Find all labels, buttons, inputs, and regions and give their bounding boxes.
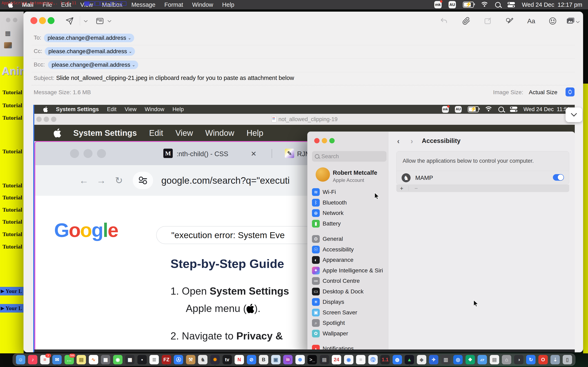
tutorial-link[interactable]: Tutorial S: [2, 207, 24, 213]
dock-terminal-dark[interactable]: ▪: [138, 355, 147, 364]
dock-finance-app[interactable]: ❖: [466, 355, 475, 364]
dock-calculator[interactable]: ▦: [125, 355, 135, 364]
menu-item-window[interactable]: Window: [145, 106, 164, 113]
dock-messages[interactable]: …566: [65, 355, 74, 364]
dock-news[interactable]: N: [234, 355, 244, 364]
spotlight-search-icon[interactable]: [495, 2, 501, 8]
settings-nav-appearance[interactable]: ◐Appearance: [310, 255, 386, 265]
selected-link[interactable]: ▶Your L: [0, 304, 24, 313]
dock-downloads[interactable]: ⇣: [550, 355, 560, 364]
format-button[interactable]: Aa: [527, 17, 536, 25]
settings-nav-spotlight[interactable]: ⌕Spotlight: [310, 318, 386, 328]
menu-item-format[interactable]: Format: [164, 1, 183, 8]
tab-close-icon[interactable]: ✕: [251, 150, 257, 158]
settings-nav-desktop-dock[interactable]: ▭Desktop & Dock: [310, 287, 386, 296]
tutorial-link[interactable]: Tutorial S: [2, 115, 24, 121]
tutorial-link[interactable]: Tutorial S: [2, 243, 24, 250]
dock-travel-app[interactable]: ✈: [429, 355, 438, 364]
dock-dark-app[interactable]: ▥: [441, 355, 450, 364]
url-text[interactable]: google.com/search?q="executi: [161, 165, 290, 196]
emoji-button[interactable]: [548, 17, 557, 25]
send-options-chevron-icon[interactable]: [84, 19, 87, 23]
image-size-value[interactable]: Actual Size: [529, 89, 557, 96]
dock-automator[interactable]: ⚒: [186, 355, 195, 364]
zoom-button[interactable]: [329, 138, 335, 143]
dock-white-app[interactable]: ▤: [490, 355, 499, 364]
menu-item-view[interactable]: View: [125, 106, 137, 113]
add-app-button[interactable]: +: [400, 185, 403, 192]
dock-water-app[interactable]: ◎: [453, 355, 463, 364]
photo-browser-button[interactable]: [566, 17, 575, 25]
to-recipient-token[interactable]: please.change@email.address⌄: [44, 34, 134, 42]
settings-nav-accessibility[interactable]: ☉Accessibility: [310, 245, 386, 254]
dock-sync-app[interactable]: ↻: [526, 355, 536, 364]
menu-item-help[interactable]: Help: [246, 128, 263, 138]
tune-icon[interactable]: [133, 172, 153, 189]
menu-bar-clock[interactable]: Wed 24 Dec 12:17 pm: [522, 1, 582, 8]
input-source-badge[interactable]: AU: [449, 1, 456, 8]
writing-tools-icon[interactable]: [505, 17, 514, 25]
dock-music[interactable]: ♪: [28, 355, 37, 364]
menu-item-edit[interactable]: Edit: [107, 106, 117, 113]
tutorial-link[interactable]: Tutorial S: [2, 148, 24, 155]
header-fields-chevron-icon[interactable]: [108, 19, 111, 23]
minimize-button[interactable]: [39, 17, 46, 24]
dock-screen-sharing[interactable]: ⊘: [247, 355, 256, 364]
dock-bbedit[interactable]: B: [259, 355, 268, 364]
dock-half-app[interactable]: ◑: [514, 355, 523, 364]
dock-trash[interactable]: ▯: [563, 355, 572, 364]
dock-launchpad[interactable]: ▦: [101, 355, 110, 364]
mamp-toggle[interactable]: [553, 174, 564, 181]
control-center-icon[interactable]: [508, 2, 515, 8]
dock-calendar[interactable]: 24: [332, 355, 341, 364]
menu-item-window[interactable]: Window: [192, 1, 213, 8]
menu-item-help[interactable]: Help: [222, 1, 234, 8]
insert-clipping-icon[interactable]: [484, 17, 493, 25]
undo-icon[interactable]: [439, 17, 448, 25]
subject-field[interactable]: Slide not_allowed_clipping-21.jpeg in cl…: [56, 75, 294, 81]
settings-nav-general[interactable]: ⚙General: [310, 234, 386, 244]
tutorial-link[interactable]: Tutorial S: [2, 218, 24, 225]
remove-app-button[interactable]: −: [415, 185, 418, 192]
dock-keyboard-app[interactable]: ▤: [320, 355, 329, 364]
dock-finder[interactable]: ☺: [16, 355, 25, 364]
bcc-recipient-token[interactable]: please.change@email.address⌄: [48, 60, 138, 69]
settings-nav-battery[interactable]: ▮Battery: [310, 219, 386, 229]
recipient-chevron-icon[interactable]: ⌄: [132, 62, 135, 67]
dock-quicktime[interactable]: Ⓠ: [368, 355, 378, 364]
forward-icon[interactable]: →: [96, 175, 106, 186]
dock-chrome[interactable]: ◉: [344, 355, 354, 364]
attachment-screenshot[interactable]: System Settings EditViewWindowHelp mk AU…: [33, 105, 575, 352]
menu-item-help[interactable]: Help: [173, 106, 184, 113]
minimize-button[interactable]: [322, 138, 327, 143]
dock-firefox[interactable]: ✹: [210, 355, 220, 364]
dock-home-app[interactable]: ⌂: [502, 355, 511, 364]
settings-nav-apple-intelligence-siri[interactable]: ✦Apple Intelligence & Siri: [310, 266, 386, 275]
dock-waveform[interactable]: ∿: [89, 355, 98, 364]
menu-item-window[interactable]: Window: [205, 128, 234, 138]
photo-browser-chevron-icon[interactable]: [576, 20, 580, 24]
dock-folder-blue[interactable]: ▱: [477, 355, 487, 364]
settings-nav-control-centre[interactable]: ≔Control Centre: [310, 276, 386, 286]
tutorial-link[interactable]: Tutorial S: [2, 102, 24, 109]
tab-mdn[interactable]: :nth-child() - CSS: [177, 150, 228, 158]
settings-search-input[interactable]: Search: [312, 151, 387, 162]
settings-nav-network[interactable]: ⊕Network: [310, 208, 386, 218]
tutorial-link[interactable]: Tutorial S: [2, 194, 24, 201]
close-button[interactable]: [30, 17, 37, 24]
wifi-icon[interactable]: [481, 2, 488, 8]
dock-notes[interactable]: ▤: [77, 355, 86, 364]
back-icon[interactable]: ←: [79, 175, 89, 186]
dock-apple-tv[interactable]: tv: [223, 355, 232, 364]
tutorial-link[interactable]: Tutorial S: [2, 231, 24, 238]
tutorial-link[interactable]: Tutorial S: [2, 182, 24, 189]
header-fields-button[interactable]: [95, 17, 104, 25]
dock-safari[interactable]: ⊛: [295, 355, 305, 364]
send-button[interactable]: [65, 17, 74, 25]
dock-dev-app[interactable]: ▲: [405, 355, 414, 364]
dock-app-store[interactable]: Ⓐ: [174, 355, 183, 364]
avatar[interactable]: [316, 167, 330, 182]
dock-key-utility[interactable]: ♞: [198, 355, 208, 364]
battery-icon[interactable]: ⚡: [463, 2, 474, 8]
selected-link[interactable]: ▶Your L: [0, 287, 24, 295]
